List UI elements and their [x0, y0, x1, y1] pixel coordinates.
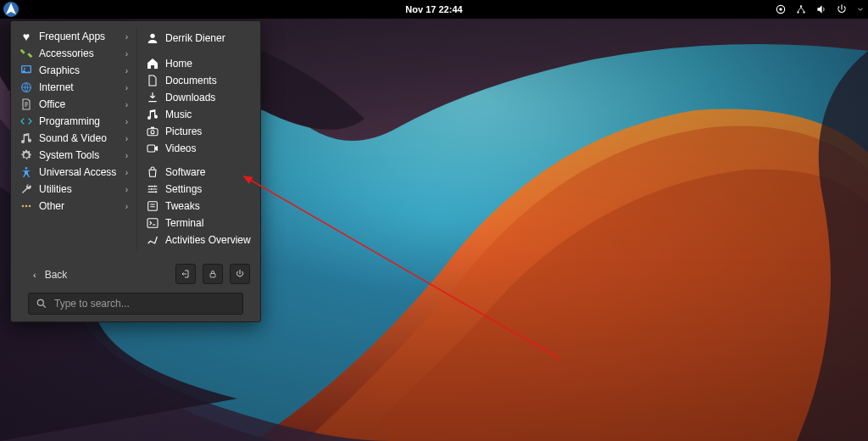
activities-icon: [146, 233, 159, 247]
place-label: Home: [165, 58, 192, 70]
svg-point-14: [150, 34, 154, 38]
category-label: Internet: [39, 81, 74, 93]
activities-button[interactable]: [3, 2, 19, 17]
top-panel: Nov 17 22:44: [0, 0, 868, 19]
places-system-list: Derrik Diener Home Documents Downloads M…: [137, 26, 260, 250]
svg-point-16: [151, 131, 154, 134]
terminal-icon: [146, 216, 159, 230]
place-music[interactable]: Music: [137, 106, 260, 123]
category-frequent-apps[interactable]: ♥Frequent Apps ›: [11, 28, 136, 45]
svg-point-19: [154, 186, 156, 187]
category-label: Graphics: [39, 64, 80, 76]
back-label: Back: [45, 269, 68, 281]
chevron-right-icon: ›: [125, 168, 128, 177]
chevron-left-icon: ‹: [33, 270, 36, 280]
power-icon[interactable]: [836, 3, 848, 15]
chevron-right-icon: ›: [125, 185, 128, 194]
category-label: Utilities: [39, 183, 72, 195]
place-pictures[interactable]: Pictures: [137, 123, 260, 140]
volume-icon[interactable]: [815, 3, 827, 15]
place-videos[interactable]: Videos: [137, 140, 260, 157]
system-label: Terminal: [165, 217, 203, 229]
place-documents[interactable]: Documents: [137, 72, 260, 89]
globe-icon: [19, 81, 33, 94]
category-label: Other: [39, 200, 64, 212]
heart-icon: ♥: [19, 30, 33, 43]
category-graphics[interactable]: Graphics ›: [11, 62, 136, 79]
other-icon: [19, 199, 33, 213]
chevron-right-icon: ›: [125, 202, 128, 211]
logout-button[interactable]: [175, 264, 196, 284]
wrench-icon: [19, 182, 33, 196]
place-label: Documents: [165, 75, 217, 87]
network-icon[interactable]: [795, 3, 807, 15]
system-activities[interactable]: Activities Overview: [137, 232, 260, 248]
svg-point-13: [29, 205, 31, 208]
place-label: Downloads: [165, 92, 215, 103]
bag-icon: [146, 165, 159, 179]
place-home[interactable]: Home: [137, 55, 260, 72]
music-icon: [19, 131, 33, 145]
chevron-right-icon: ›: [125, 100, 128, 109]
code-icon: [19, 114, 33, 128]
category-utilities[interactable]: Utilities ›: [11, 181, 136, 198]
svg-point-6: [800, 5, 802, 7]
document-icon: [146, 74, 159, 87]
system-settings[interactable]: Settings: [137, 181, 260, 198]
svg-point-20: [151, 188, 153, 190]
category-list: ♥Frequent Apps › Accessories › Graphics …: [11, 26, 137, 250]
svg-point-4: [797, 11, 798, 13]
application-menu: ♥Frequent Apps › Accessories › Graphics …: [10, 20, 261, 322]
back-button[interactable]: ‹ Back: [19, 266, 75, 283]
category-internet[interactable]: Internet ›: [11, 79, 136, 96]
system-label: Software: [165, 166, 205, 178]
place-downloads[interactable]: Downloads: [137, 89, 260, 106]
category-label: Frequent Apps: [39, 31, 105, 42]
search-icon: [36, 298, 47, 310]
system-software[interactable]: Software: [137, 164, 260, 181]
place-label: Music: [165, 109, 192, 120]
chevron-right-icon: ›: [125, 134, 128, 143]
lock-button[interactable]: [203, 264, 223, 284]
category-universal-access[interactable]: Universal Access ›: [11, 164, 136, 181]
svg-point-3: [779, 8, 782, 11]
svg-rect-23: [147, 219, 158, 228]
camera-icon: [146, 125, 159, 138]
gear-icon: [19, 148, 33, 162]
svg-rect-18: [147, 145, 155, 152]
system-label: Tweaks: [165, 200, 200, 212]
chevron-right-icon: ›: [125, 66, 128, 75]
category-programming[interactable]: Programming ›: [11, 113, 136, 130]
category-other[interactable]: Other ›: [11, 198, 136, 215]
svg-rect-22: [148, 202, 158, 211]
svg-rect-17: [151, 127, 154, 129]
category-office[interactable]: Office ›: [11, 96, 136, 113]
chevron-right-icon: ›: [125, 32, 128, 42]
chevron-right-icon: ›: [125, 151, 128, 160]
session-buttons: [175, 259, 252, 291]
svg-point-8: [24, 68, 25, 70]
category-label: Universal Access: [39, 166, 116, 178]
category-system-tools[interactable]: System Tools ›: [11, 147, 136, 164]
category-label: Accessories: [39, 47, 94, 59]
chevron-down-icon[interactable]: [856, 3, 865, 15]
svg-point-25: [37, 299, 43, 305]
accessories-icon: [19, 47, 33, 60]
system-label: Settings: [165, 183, 202, 195]
category-accessories[interactable]: Accessories ›: [11, 45, 136, 62]
svg-point-11: [22, 205, 25, 208]
category-sound-video[interactable]: Sound & Video ›: [11, 130, 136, 147]
tray-misc-icon[interactable]: [775, 3, 787, 15]
svg-rect-15: [147, 129, 158, 136]
chevron-right-icon: ›: [125, 117, 128, 126]
search-field[interactable]: [28, 293, 243, 315]
clock[interactable]: Nov 17 22:44: [405, 4, 462, 14]
system-terminal[interactable]: Terminal: [137, 215, 260, 232]
system-label: Activities Overview: [165, 234, 251, 246]
shutdown-button[interactable]: [230, 264, 250, 284]
search-input[interactable]: [53, 297, 236, 310]
user-icon: [146, 31, 159, 45]
category-label: Sound & Video: [39, 132, 107, 144]
system-tweaks[interactable]: Tweaks: [137, 198, 260, 215]
menu-footer: ‹ Back: [11, 250, 260, 315]
